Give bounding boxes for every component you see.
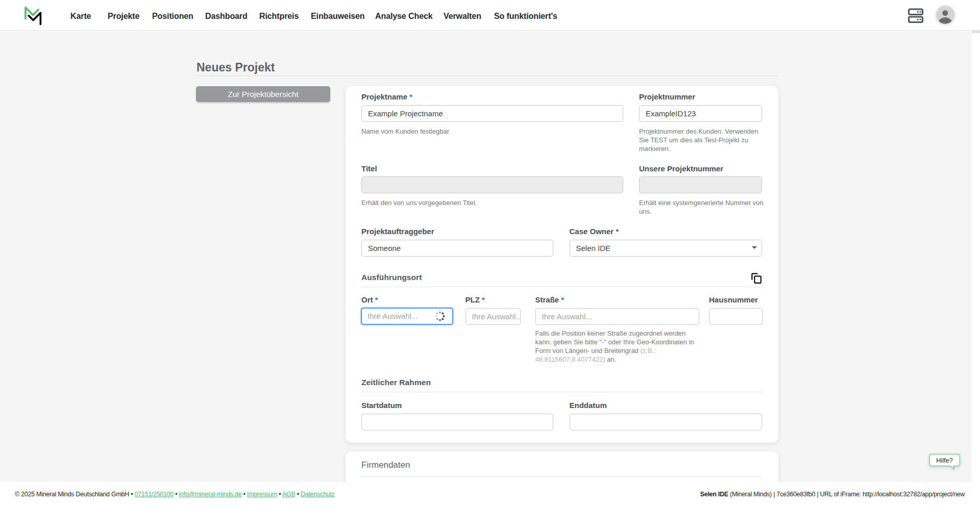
svg-text:Hilfe?: Hilfe? (936, 457, 953, 464)
